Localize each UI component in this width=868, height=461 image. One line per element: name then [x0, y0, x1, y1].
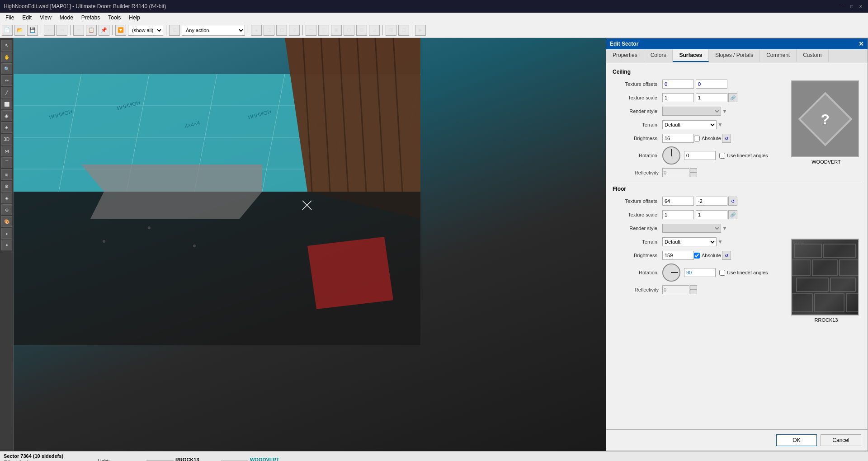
- ceiling-scale-link[interactable]: 🔗: [728, 93, 737, 102]
- tab-comment[interactable]: Comment: [760, 49, 797, 62]
- lt-extra4[interactable]: ⬧: [1, 228, 12, 239]
- ceiling-absolute-checkbox[interactable]: [694, 136, 700, 141]
- maximize-button[interactable]: □: [848, 3, 855, 10]
- lt-extra3[interactable]: 🎨: [1, 216, 12, 227]
- ceiling-tex-offset-x[interactable]: [662, 80, 694, 89]
- mode-btn1[interactable]: ⊞: [169, 25, 180, 36]
- lt-script[interactable]: ≡: [1, 169, 12, 180]
- ceiling-brightness-input[interactable]: [662, 134, 694, 143]
- view-btn4[interactable]: ⊙: [289, 25, 300, 36]
- floor-reflectivity-spinbox[interactable]: ▲ ▼: [690, 285, 697, 294]
- menu-mode[interactable]: Mode: [56, 14, 77, 22]
- view-btn2[interactable]: ⊞: [264, 25, 274, 36]
- lt-3d[interactable]: 3D: [1, 134, 12, 145]
- open-button[interactable]: 📂: [14, 25, 25, 36]
- lt-line[interactable]: ╱: [1, 87, 12, 98]
- lt-sector[interactable]: ⬜: [1, 99, 12, 109]
- floor-rotation-input[interactable]: [684, 268, 716, 277]
- cut-button[interactable]: ✂: [73, 25, 84, 36]
- filter-dropdown[interactable]: (show all): [128, 25, 163, 36]
- tab-properties[interactable]: Properties: [606, 49, 644, 62]
- menu-edit[interactable]: Edit: [19, 14, 35, 22]
- lt-draw[interactable]: ✏: [1, 75, 12, 86]
- draw-btn4[interactable]: ⬡: [344, 25, 354, 36]
- lt-select[interactable]: ↖: [1, 40, 12, 51]
- undo-button[interactable]: ↩: [44, 25, 55, 36]
- tab-surfaces[interactable]: Surfaces: [673, 49, 709, 62]
- floor-render-style-select[interactable]: [662, 224, 721, 233]
- ceiling-rotation-dial[interactable]: [662, 146, 680, 165]
- ceiling-linedef-checkbox[interactable]: [719, 153, 725, 159]
- floor-brightness-input[interactable]: [662, 251, 694, 260]
- draw-btn5[interactable]: ⧉: [356, 25, 367, 36]
- menu-tools[interactable]: Tools: [104, 14, 124, 22]
- lt-zoom[interactable]: 🔍: [1, 63, 12, 74]
- draw-btn3[interactable]: ▣: [331, 25, 342, 36]
- ceiling-brightness-reset[interactable]: ↺: [722, 134, 731, 143]
- menu-help[interactable]: Help: [125, 14, 144, 22]
- ceiling-tex-offset-y[interactable]: [696, 80, 727, 89]
- floor-offsets-reset[interactable]: ↺: [728, 197, 737, 206]
- filter-button[interactable]: 🔽: [115, 25, 126, 36]
- draw-btn6[interactable]: ⊿: [369, 25, 380, 36]
- ceiling-terrain-select[interactable]: Default: [662, 120, 717, 129]
- new-button[interactable]: 📄: [2, 25, 13, 36]
- menu-prefabs[interactable]: Prefabs: [78, 14, 104, 22]
- lt-test[interactable]: ⚙: [1, 181, 12, 192]
- floor-scale-link[interactable]: 🔗: [728, 210, 737, 219]
- floor-tex-offset-y[interactable]: [696, 197, 727, 206]
- lt-pan[interactable]: ✋: [1, 52, 12, 62]
- floor-rotation-dial[interactable]: [662, 263, 680, 282]
- paste-button[interactable]: 📌: [99, 25, 109, 36]
- close-button[interactable]: ✕: [857, 3, 864, 10]
- menu-view[interactable]: View: [36, 14, 55, 22]
- view-btn3[interactable]: ⊡: [276, 25, 287, 36]
- floor-tex-scale-x[interactable]: [662, 210, 694, 219]
- viewport[interactable]: ИННИОН ИННИОН 4×4×4 ИННИОН 4×4×4: [14, 38, 606, 451]
- lt-curve[interactable]: ⌒: [1, 157, 12, 168]
- ceiling-reflectivity-input[interactable]: [662, 168, 689, 177]
- floor-absolute-checkbox[interactable]: [694, 253, 700, 259]
- floor-tex-offset-x[interactable]: [662, 197, 694, 206]
- lt-thing[interactable]: ★: [1, 122, 12, 133]
- redo-button[interactable]: ↪: [57, 25, 67, 36]
- ceiling-texture-preview[interactable]: ?: [791, 80, 859, 157]
- ceiling-rotation-input[interactable]: [684, 151, 716, 160]
- floor-linedef-checkbox[interactable]: [719, 270, 725, 276]
- ceiling-tex-scale-x[interactable]: [662, 93, 694, 102]
- draw-btn1[interactable]: ▭: [306, 25, 316, 36]
- lt-extra2[interactable]: ⊛: [1, 204, 12, 215]
- tab-colors[interactable]: Colors: [644, 49, 673, 62]
- floor-reflectivity-input[interactable]: [662, 285, 689, 294]
- floor-texture-preview[interactable]: 64x64: [791, 239, 859, 315]
- cancel-button[interactable]: Cancel: [821, 434, 861, 446]
- floor-tex-scale-y[interactable]: [696, 210, 727, 219]
- ceiling-reflectivity-down[interactable]: ▼: [690, 173, 697, 177]
- save-button[interactable]: 💾: [27, 25, 38, 36]
- floor-brightness-reset[interactable]: ↺: [722, 251, 731, 260]
- lt-extra5[interactable]: ✦: [1, 240, 12, 250]
- ceiling-tex-scale-y[interactable]: [696, 93, 727, 102]
- view-btn1[interactable]: ●: [251, 25, 262, 36]
- ok-button[interactable]: OK: [776, 434, 817, 446]
- run-button[interactable]: ▶: [415, 25, 426, 36]
- copy-button[interactable]: 📋: [86, 25, 97, 36]
- floor-reflectivity-down[interactable]: ▼: [690, 290, 697, 294]
- minimize-button[interactable]: —: [839, 3, 846, 10]
- ceiling-render-style-select[interactable]: [662, 107, 721, 116]
- dialog-close-button[interactable]: ✕: [859, 40, 864, 47]
- grid-btn2[interactable]: ⊟: [398, 25, 409, 36]
- grid-btn1[interactable]: ⊞: [386, 25, 396, 36]
- floor-terrain-select[interactable]: Default: [662, 237, 717, 246]
- ceiling-reflectivity-spinbox[interactable]: ▲ ▼: [690, 168, 697, 177]
- floor-reflectivity-up[interactable]: ▲: [690, 285, 697, 290]
- draw-btn2[interactable]: ◫: [318, 25, 329, 36]
- menu-file[interactable]: File: [2, 14, 18, 22]
- tab-slopes-portals[interactable]: Slopes / Portals: [709, 49, 760, 62]
- lt-vertex[interactable]: ◉: [1, 110, 12, 121]
- tab-custom[interactable]: Custom: [797, 49, 828, 62]
- lt-bridge[interactable]: ⋈: [1, 146, 12, 156]
- lt-extra1[interactable]: ◈: [1, 193, 12, 203]
- ceiling-reflectivity-up[interactable]: ▲: [690, 168, 697, 173]
- action-dropdown[interactable]: Any action: [182, 25, 245, 36]
